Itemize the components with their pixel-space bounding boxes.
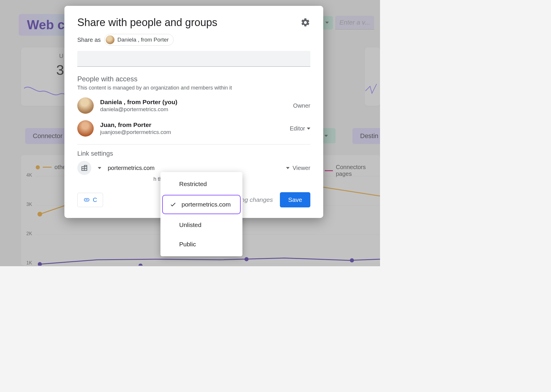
share-as-chip[interactable]: Daniela , from Porter <box>104 34 174 46</box>
menu-item-portermetrics[interactable]: portermetrics.com <box>162 195 241 214</box>
link-settings-heading: Link settings <box>77 150 310 157</box>
person-name: Daniela , from Porter (you) <box>100 99 287 106</box>
person-row: Daniela , from Porter (you) daniela@port… <box>77 97 310 114</box>
divider <box>77 144 310 145</box>
menu-item-restricted[interactable]: ✓ Restricted <box>160 174 242 194</box>
menu-item-public[interactable]: ✓ Public <box>160 235 242 254</box>
people-access-subheading: This content is managed by an organizati… <box>77 85 310 91</box>
link-role-label: Viewer <box>292 165 310 171</box>
link-scope-dropdown[interactable] <box>95 165 104 171</box>
role-label: Owner <box>293 102 310 109</box>
link-scope-menu: ✓ Restricted portermetrics.com ✓ Unliste… <box>160 172 242 256</box>
chevron-down-icon <box>307 128 310 130</box>
person-email: juanjose@portermetrics.com <box>100 129 283 135</box>
save-button[interactable]: Save <box>280 192 310 207</box>
menu-item-label: portermetrics.com <box>182 201 234 208</box>
person-name: Juan, from Porter <box>100 121 283 128</box>
check-icon <box>170 201 176 208</box>
chevron-down-icon <box>286 167 290 169</box>
organization-icon <box>77 161 91 175</box>
role-dropdown-label: Editor <box>290 125 305 132</box>
dialog-title: Share with people and groups <box>77 16 217 29</box>
copy-link-label: C <box>93 197 97 203</box>
menu-item-label: Public <box>179 241 237 248</box>
share-as-chip-label: Daniela , from Porter <box>117 37 169 43</box>
people-access-heading: People with access <box>77 75 310 83</box>
copy-link-button[interactable]: C <box>77 193 103 207</box>
person-email: daniela@portermetrics.com <box>100 106 287 113</box>
role-dropdown[interactable]: Editor <box>290 125 310 132</box>
person-row: Juan, from Porter juanjose@portermetrics… <box>77 120 310 137</box>
share-as-label: Share as <box>77 37 101 43</box>
menu-item-label: Unlisted <box>179 221 237 228</box>
avatar <box>77 120 94 137</box>
link-scope-value: portermetrics.com <box>108 165 282 171</box>
link-role-dropdown[interactable]: Viewer <box>286 165 310 171</box>
link-icon <box>83 197 90 203</box>
menu-item-unlisted[interactable]: ✓ Unlisted <box>160 215 242 235</box>
menu-item-label: Restricted <box>179 180 237 188</box>
avatar <box>106 35 114 44</box>
add-people-input[interactable] <box>77 51 310 67</box>
avatar <box>77 97 94 114</box>
gear-icon[interactable] <box>300 18 310 27</box>
chevron-down-icon <box>98 167 101 169</box>
